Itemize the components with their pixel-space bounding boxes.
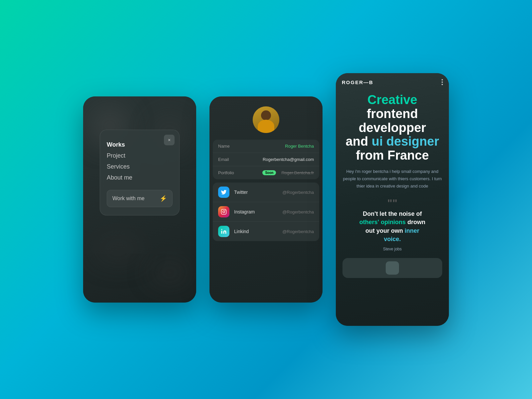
quote-mark-1: " (387, 198, 392, 208)
avatar-head (261, 110, 271, 120)
portfolio-header: ROGER—B (336, 73, 449, 90)
title-from-france: from France (356, 148, 429, 162)
linkedin-name: Linkind (234, 229, 249, 234)
title-and: and (346, 134, 372, 148)
phone-menu: × Works Project Services About me Work w… (83, 96, 196, 303)
portfolio-value-container: Soon Roger.Bentcha.fr (262, 170, 314, 175)
twitter-handle: @Rogerbentcha (282, 190, 314, 195)
twitter-row[interactable]: Twitter @Rogerbentcha (213, 183, 319, 202)
soon-badge: Soon (262, 170, 276, 175)
info-card: Name Roger Bentcha Email Rogerbentcha@gm… (213, 140, 319, 179)
twitter-icon (218, 187, 229, 198)
hero-description: Hey i'm roger bentcha i help small compa… (342, 168, 442, 190)
twitter-name: Twitter (234, 190, 248, 195)
quote-blue: inner (405, 227, 419, 234)
name-row: Name Roger Bentcha (213, 140, 319, 153)
instagram-name: Instagram (234, 209, 255, 214)
instagram-icon (218, 206, 229, 217)
quote-voice: voice. (384, 236, 401, 242)
phone-profile: Name Roger Bentcha Email Rogerbentcha@gm… (209, 96, 323, 303)
title-developper: developper (359, 121, 426, 135)
quote-section: " " Don't let the noise of others' opini… (342, 198, 442, 251)
portfolio-logo: ROGER—B (342, 79, 373, 85)
linkedin-icon (218, 226, 229, 237)
quote-mark-2: " (392, 198, 397, 208)
phone-portfolio: ROGER—B Creative frontend developper and… (336, 73, 449, 326)
nav-item-project[interactable]: Project (107, 150, 173, 161)
bottom-card-icon (386, 261, 399, 275)
close-icon: × (168, 137, 171, 143)
svg-point-1 (223, 211, 225, 213)
three-dots-menu[interactable] (442, 79, 443, 85)
nav-item-services[interactable]: Services (107, 161, 173, 172)
bottom-section (342, 258, 442, 278)
svg-rect-0 (221, 209, 226, 214)
close-button[interactable]: × (164, 135, 175, 145)
title-frontend: frontend (367, 107, 418, 121)
portfolio-content: Creative frontend developper and ui desi… (336, 90, 449, 326)
menu-nav: Works Project Services About me (107, 139, 173, 183)
avatar-image (253, 106, 279, 133)
name-label: Name (218, 144, 230, 149)
instagram-handle: @Rogerbentcha (282, 209, 314, 214)
work-btn-label: Work with me (112, 196, 145, 201)
name-value: Roger Bentcha (285, 144, 314, 149)
twitter-left: Twitter (218, 187, 248, 198)
dot-2 (442, 81, 443, 83)
quote-green: others' opinions (359, 219, 406, 225)
work-with-me-button[interactable]: Work with me ⚡ (107, 190, 173, 207)
dot-3 (442, 84, 443, 85)
instagram-left: Instagram (218, 206, 255, 217)
svg-point-3 (221, 229, 222, 230)
lightning-icon: ⚡ (160, 195, 167, 202)
social-card: Twitter @Rogerbentcha Instagram @Rogerbe (213, 183, 319, 241)
avatar-body (258, 120, 274, 133)
email-row: Email Rogerbentcha@gmail.com (213, 153, 319, 166)
menu-card: × Works Project Services About me Work w… (100, 130, 180, 215)
email-label: Email (218, 157, 229, 162)
portfolio-row: Portfolio Soon Roger.Bentcha.fr (213, 166, 319, 179)
hero-title: Creative frontend developper and ui desi… (342, 93, 442, 163)
quote-author: Steve jobs (342, 247, 442, 251)
blur-decoration-4 (150, 263, 190, 283)
portfolio-label: Portfolio (218, 170, 234, 175)
quote-out: out your own (365, 227, 405, 234)
linkedin-row[interactable]: Linkind @Rogerbentcha (213, 222, 319, 241)
svg-point-2 (225, 210, 225, 211)
nav-item-works[interactable]: Works (107, 139, 173, 150)
quote-before: Don't let the noise of (363, 210, 422, 217)
quote-text: Don't let the noise of others' opinions … (342, 210, 442, 243)
email-value: Rogerbentcha@gmail.com (263, 157, 314, 162)
avatar (253, 106, 279, 133)
instagram-row[interactable]: Instagram @Rogerbentcha (213, 202, 319, 222)
dot-1 (442, 79, 443, 80)
title-creative: Creative (367, 93, 417, 107)
nav-item-about[interactable]: About me (107, 172, 173, 183)
linkedin-left: Linkind (218, 226, 249, 237)
portfolio-url: Roger.Bentcha.fr (281, 170, 314, 175)
quote-middle: drown (407, 219, 425, 225)
blur-decoration-3 (93, 236, 143, 263)
linkedin-handle: @Rogerbentcha (282, 229, 314, 234)
bottom-card (342, 258, 442, 278)
hero-section: Creative frontend developper and ui desi… (342, 93, 442, 163)
title-ui-designer: ui designer (372, 134, 439, 148)
